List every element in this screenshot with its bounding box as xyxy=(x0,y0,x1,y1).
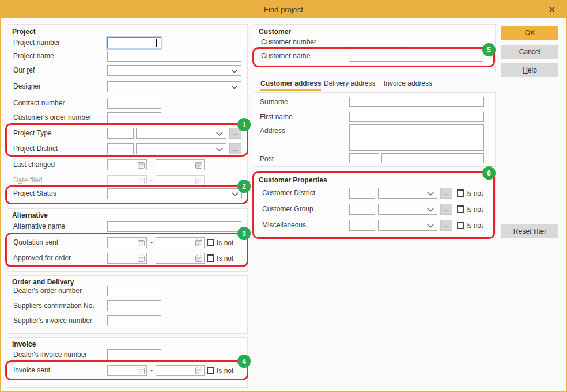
chevron-down-icon xyxy=(427,192,434,196)
customer-district-dropdown[interactable] xyxy=(378,188,437,199)
annotation-3-badge: 3 xyxy=(237,227,251,240)
tab-customer-address[interactable]: Customer address xyxy=(260,79,321,91)
approved-for-order-from-date[interactable] xyxy=(107,253,147,264)
help-button[interactable]: Help xyxy=(501,63,558,77)
address-textarea[interactable] xyxy=(349,124,484,151)
quotation-sent-label: Quotation sent xyxy=(13,238,58,247)
last-changed-to-date[interactable] xyxy=(156,159,205,170)
chevron-down-icon xyxy=(427,208,434,212)
our-ref-dropdown[interactable] xyxy=(107,65,241,76)
first-name-label: First name xyxy=(260,113,293,121)
close-button[interactable]: ✕ xyxy=(545,4,559,16)
miscellaneous-isnot-checkbox[interactable] xyxy=(457,222,464,229)
customer-district-code-input[interactable] xyxy=(349,188,375,199)
first-name-input[interactable] xyxy=(349,112,484,122)
customer-group-label: Customer Group xyxy=(262,205,313,214)
project-section: Project Project number Project name Our … xyxy=(7,24,248,204)
project-district-browse-button[interactable]: ... xyxy=(229,143,241,154)
annotation-6-badge: 6 xyxy=(482,166,496,180)
quotation-sent-from-date[interactable] xyxy=(107,237,147,248)
cancel-button[interactable]: Cancel xyxy=(501,45,558,59)
customer-district-label: Customer District xyxy=(262,189,315,197)
invoice-sent-from-date[interactable] xyxy=(107,365,147,376)
project-type-code-input[interactable] xyxy=(107,128,134,139)
calendar-icon xyxy=(195,177,203,185)
customer-number-input[interactable] xyxy=(349,37,403,48)
customer-number-label: Customer number xyxy=(261,38,316,47)
invoice-sent-to-date[interactable] xyxy=(156,365,205,376)
customer-section-title: Customer xyxy=(259,28,291,36)
miscellaneous-browse-button[interactable]: ... xyxy=(440,220,452,231)
annotation-4-badge: 4 xyxy=(237,355,251,368)
approved-for-order-to-date[interactable] xyxy=(156,253,205,264)
project-section-title: Project xyxy=(12,28,36,36)
reset-filter-button[interactable]: Reset filter xyxy=(501,224,558,238)
customer-district-browse-button[interactable]: ... xyxy=(440,188,452,199)
annotation-1-badge: 1 xyxy=(237,118,251,131)
suppliers-confirmation-label: Suppliers confirmation No. xyxy=(13,302,94,310)
alternative-name-input[interactable] xyxy=(107,221,241,232)
project-number-input[interactable] xyxy=(107,37,161,48)
project-status-label: Project Status xyxy=(13,189,56,198)
customer-group-isnot-checkbox[interactable] xyxy=(457,205,464,213)
customer-group-dropdown[interactable] xyxy=(378,204,437,215)
surname-label: Surname xyxy=(260,98,288,106)
last-changed-from-date[interactable] xyxy=(107,159,147,170)
miscellaneous-code-input[interactable] xyxy=(349,220,375,231)
alternative-name-label: Alternative name xyxy=(13,222,65,231)
customer-group-code-input[interactable] xyxy=(349,204,375,215)
invoice-section-title: Invoice xyxy=(12,340,36,348)
designer-dropdown[interactable] xyxy=(107,81,241,92)
last-changed-label: Last changed xyxy=(13,161,55,169)
approved-for-order-isnot-label: Is not xyxy=(217,254,233,263)
tab-invoice-address[interactable]: Invoice address xyxy=(384,79,432,89)
quotation-sent-isnot-checkbox[interactable] xyxy=(207,239,214,246)
customer-district-isnot-label: Is not xyxy=(466,189,483,198)
address-tabbar: Customer address Delivery address Invoic… xyxy=(254,79,496,91)
project-district-code-input[interactable] xyxy=(107,143,134,154)
close-icon: ✕ xyxy=(548,5,555,14)
chevron-down-icon xyxy=(216,147,223,151)
quotation-sent-to-date[interactable] xyxy=(156,237,205,248)
project-name-input[interactable] xyxy=(107,51,241,62)
customer-group-browse-button[interactable]: ... xyxy=(440,204,452,215)
project-status-dropdown[interactable] xyxy=(107,188,242,199)
customer-properties-section: Customer Properties Customer District ..… xyxy=(254,173,496,237)
ok-button[interactable]: OK xyxy=(501,26,558,40)
order-delivery-section-title: Order and Delivery xyxy=(12,278,74,286)
customers-order-number-label: Customer's order number xyxy=(13,113,92,122)
approved-for-order-isnot-checkbox[interactable] xyxy=(207,254,214,262)
find-project-dialog: Find project ✕ Project Project number Pr… xyxy=(0,0,567,392)
project-type-label: Project Type xyxy=(13,129,51,138)
customers-order-number-input[interactable] xyxy=(107,112,161,123)
project-type-dropdown[interactable] xyxy=(136,128,226,139)
contract-number-input[interactable] xyxy=(107,98,161,109)
customer-district-isnot-checkbox[interactable] xyxy=(457,189,464,197)
our-ref-label: Our ref xyxy=(13,66,35,75)
customer-properties-title: Customer Properties xyxy=(259,176,327,184)
date-range-dash: - xyxy=(149,366,154,374)
chevron-down-icon xyxy=(231,69,238,73)
miscellaneous-dropdown[interactable] xyxy=(378,220,437,231)
miscellaneous-label: Miscellaneous xyxy=(262,221,306,230)
contract-number-label: Contract number xyxy=(13,99,65,108)
invoice-sent-isnot-checkbox[interactable] xyxy=(207,367,214,374)
customer-address-panel: Surname First name Address Post xyxy=(254,92,496,167)
chevron-down-icon xyxy=(232,192,239,196)
dealers-invoice-number-input[interactable] xyxy=(107,349,161,360)
customer-name-label: Customer name xyxy=(261,52,310,60)
surname-input[interactable] xyxy=(349,97,484,107)
annotation-2-badge: 2 xyxy=(237,180,251,193)
text-caret xyxy=(156,39,157,47)
suppliers-confirmation-input[interactable] xyxy=(107,300,161,311)
calendar-icon xyxy=(137,161,145,169)
post-code-input[interactable] xyxy=(349,153,379,163)
customer-name-input[interactable] xyxy=(349,51,483,62)
tab-delivery-address[interactable]: Delivery address xyxy=(324,79,375,89)
project-name-label: Project name xyxy=(13,52,54,60)
post-city-input[interactable] xyxy=(381,153,484,163)
address-label: Address xyxy=(260,127,285,135)
dealers-order-number-input[interactable] xyxy=(107,286,161,296)
suppliers-invoice-input[interactable] xyxy=(107,315,161,326)
project-district-dropdown[interactable] xyxy=(136,143,226,154)
